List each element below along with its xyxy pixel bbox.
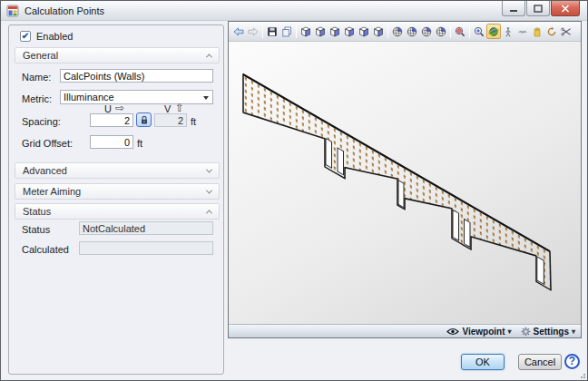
grid-offset-input[interactable] (90, 135, 133, 149)
ok-button[interactable]: OK (461, 354, 505, 370)
bird-icon (517, 26, 528, 37)
view-cube-1-button[interactable] (299, 24, 313, 39)
spacing-label: Spacing: (22, 116, 61, 127)
viewport-footer-bar: Viewpoint ▾ Settings ▾ (229, 324, 581, 337)
enabled-label: Enabled (36, 31, 73, 42)
sphere-icon (421, 26, 432, 37)
save-button[interactable] (265, 24, 279, 39)
grid-offset-label: Grid Offset: (22, 138, 73, 149)
copy-icon (281, 26, 292, 37)
gear-icon (521, 327, 531, 337)
settings-menu-label: Settings (534, 327, 569, 337)
calculated-label: Calculated (22, 244, 69, 255)
chevron-down-icon (203, 96, 209, 100)
viewport-panel: Viewpoint ▾ Settings ▾ (228, 21, 582, 338)
viewport-canvas-3d[interactable] (229, 42, 581, 325)
cancel-button[interactable]: Cancel (518, 354, 562, 370)
door-opening (465, 220, 471, 248)
view-sphere-1-button[interactable] (390, 24, 405, 39)
door-opening (453, 210, 459, 240)
zoom-extents-button[interactable] (453, 24, 467, 39)
resize-grip[interactable] (578, 371, 585, 378)
magnifier-red-icon (455, 26, 466, 37)
zoom-window-button[interactable] (472, 24, 486, 39)
view-cube-3-button[interactable] (328, 24, 342, 39)
arrow-right-icon (248, 26, 259, 37)
toolbar-separator (387, 25, 388, 38)
orbit-button[interactable] (486, 24, 501, 39)
copy-button[interactable] (279, 24, 294, 39)
back-button[interactable] (231, 24, 246, 39)
metric-dropdown[interactable]: Illuminance (60, 90, 213, 104)
app-icon (6, 5, 19, 17)
section-button[interactable] (559, 24, 573, 39)
minimize-icon (509, 5, 518, 13)
maximize-icon (534, 5, 543, 13)
door-opening (326, 139, 332, 169)
spacing-v-input (154, 113, 187, 127)
name-input[interactable] (60, 69, 213, 83)
cube-icon (300, 26, 311, 37)
chevron-up-icon (206, 210, 212, 216)
view-sphere-4-button[interactable] (434, 24, 448, 39)
enabled-checkbox[interactable]: ✔ (20, 31, 31, 42)
cube-icon (329, 26, 340, 37)
viewpoint-menu-button[interactable]: Viewpoint ▾ (446, 327, 511, 337)
view-cube-5-button[interactable] (357, 24, 371, 39)
close-button[interactable] (551, 1, 580, 16)
spacing-u-input[interactable] (90, 113, 133, 127)
section-header-advanced[interactable]: Advanced (15, 162, 220, 179)
status-label: Status (22, 224, 50, 235)
door-opening (338, 148, 344, 175)
rotate-icon (546, 26, 557, 37)
spacing-lock-button[interactable] (136, 112, 152, 127)
toolbar-separator (296, 25, 297, 38)
metric-label: Metric: (22, 93, 52, 104)
calculated-value-field (79, 241, 213, 255)
window-title: Calculation Points (24, 5, 104, 16)
cube-icon (315, 26, 326, 37)
globe-icon (488, 26, 499, 37)
view-cube-4-button[interactable] (342, 24, 357, 39)
sphere-icon (436, 26, 446, 37)
status-value-field (79, 221, 213, 235)
forward-button[interactable] (246, 24, 260, 39)
close-icon (561, 5, 570, 13)
u-axis-arrow-icon: ⇨ (115, 103, 124, 112)
titlebar[interactable]: Calculation Points (1, 1, 587, 21)
magnifier-blue-icon (474, 26, 485, 37)
walk-button[interactable] (501, 24, 515, 39)
section-label: Meter Aiming (23, 186, 81, 197)
view-sphere-3-button[interactable] (419, 24, 434, 39)
wall-3d-view (229, 42, 581, 325)
toolbar-separator (262, 25, 263, 38)
maximize-button[interactable] (526, 1, 550, 16)
cube-icon (344, 26, 355, 37)
section-label: Advanced (23, 165, 67, 176)
settings-menu-button[interactable]: Settings ▾ (521, 327, 575, 337)
minimize-button[interactable] (502, 1, 525, 16)
section-header-general[interactable]: General (15, 47, 220, 64)
lock-icon (140, 115, 149, 125)
grid-offset-unit-label: ft (137, 138, 142, 149)
eye-icon (446, 327, 459, 336)
view-cube-6-button[interactable] (371, 24, 386, 39)
section-header-meter-aiming[interactable]: Meter Aiming (15, 183, 220, 200)
rotate-button[interactable] (544, 24, 559, 39)
help-button[interactable]: ? (564, 354, 580, 369)
chevron-down-icon (206, 166, 212, 172)
toolbar-separator (450, 25, 451, 38)
view-cube-2-button[interactable] (313, 24, 328, 39)
sphere-icon (407, 26, 417, 37)
chevron-down-icon: ▾ (508, 327, 512, 336)
chevron-up-icon (206, 54, 212, 60)
door-opening (537, 257, 544, 284)
cube-icon (358, 26, 369, 37)
chevron-down-icon (206, 187, 212, 193)
pan-button[interactable] (530, 24, 544, 39)
section-header-status[interactable]: Status (15, 203, 220, 220)
section-label: General (23, 50, 58, 61)
fly-button[interactable] (515, 24, 530, 39)
section-label: Status (23, 206, 51, 217)
view-sphere-2-button[interactable] (405, 24, 419, 39)
